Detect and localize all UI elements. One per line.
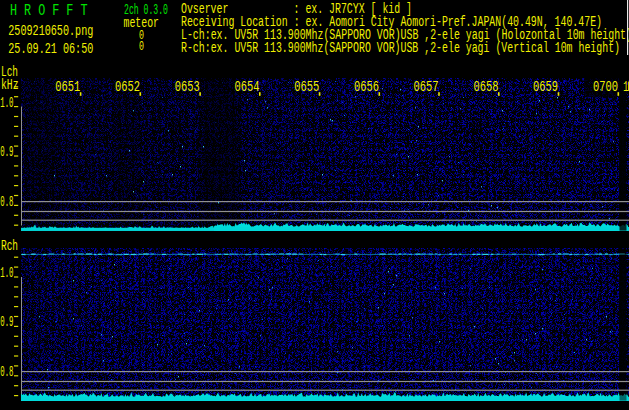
svg-text:0.9: 0.9 bbox=[0, 144, 13, 161]
svg-text:R-ch:ex. UV5R 113.900Mhz(SAPPO: R-ch:ex. UV5R 113.900Mhz(SAPPORO VOR)USB… bbox=[181, 40, 620, 56]
svg-text:Rch: Rch bbox=[1, 238, 18, 254]
svg-text:0.9: 0.9 bbox=[0, 314, 13, 331]
svg-text:1.0: 1.0 bbox=[0, 265, 13, 282]
svg-text:0658: 0658 bbox=[473, 79, 498, 95]
svg-text:0659: 0659 bbox=[533, 79, 558, 95]
svg-text:kHz: kHz bbox=[1, 77, 19, 93]
svg-text:0653: 0653 bbox=[175, 79, 200, 95]
svg-text:2509210650.png: 2509210650.png bbox=[8, 23, 93, 39]
svg-text:1: 1 bbox=[623, 79, 628, 95]
svg-text:0700: 0700 bbox=[593, 79, 618, 95]
svg-text:H R O F F T: H R O F F T bbox=[10, 2, 88, 20]
svg-text:0655: 0655 bbox=[294, 79, 319, 95]
svg-text:25.09.21 06:50: 25.09.21 06:50 bbox=[8, 41, 93, 57]
svg-text:1.0: 1.0 bbox=[0, 95, 13, 112]
svg-text:0654: 0654 bbox=[234, 79, 259, 95]
svg-text:0651: 0651 bbox=[55, 79, 80, 95]
svg-text:0656: 0656 bbox=[354, 79, 379, 95]
svg-text:0652: 0652 bbox=[115, 79, 140, 95]
svg-text:0657: 0657 bbox=[414, 79, 439, 95]
svg-text:0.8: 0.8 bbox=[0, 364, 13, 381]
svg-text:0.8: 0.8 bbox=[0, 194, 13, 211]
svg-text:0: 0 bbox=[139, 39, 144, 54]
